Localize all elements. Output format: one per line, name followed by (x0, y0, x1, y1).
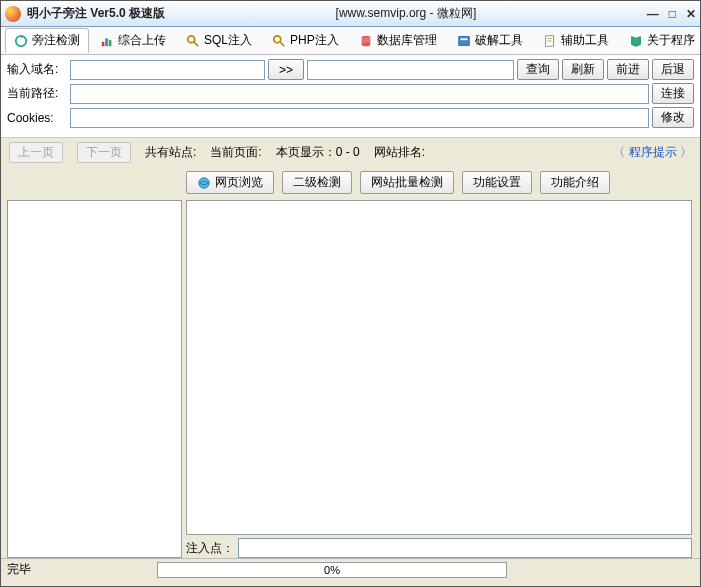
second-level-detect-button[interactable]: 二级检测 (282, 171, 352, 194)
titlebar: 明小子旁注 Ver5.0 极速版 [www.semvip.org - 微粒网] … (1, 1, 700, 27)
search-icon (186, 34, 200, 48)
svg-rect-12 (460, 38, 467, 40)
back-button[interactable]: 后退 (652, 59, 694, 80)
right-panel: 注入点： (186, 200, 692, 558)
tab-label: 辅助工具 (561, 32, 609, 49)
app-window: 明小子旁注 Ver5.0 极速版 [www.semvip.org - 微粒网] … (0, 0, 701, 587)
db-icon (359, 34, 373, 48)
batch-detect-button[interactable]: 网站批量检测 (360, 171, 454, 194)
connect-button[interactable]: 连接 (652, 83, 694, 104)
button-label: 网站批量检测 (371, 174, 443, 191)
tab-label: 关于程序 (647, 32, 695, 49)
inject-point-input[interactable] (238, 538, 692, 558)
svg-point-4 (188, 35, 195, 42)
refresh-icon (14, 34, 28, 48)
status-bar: 完毕 0% (1, 558, 700, 580)
function-settings-button[interactable]: 功能设置 (462, 171, 532, 194)
web-browse-button[interactable]: 网页浏览 (186, 171, 274, 194)
cookies-label: Cookies: (7, 111, 67, 125)
go-button[interactable]: >> (268, 59, 304, 80)
book-icon (629, 34, 643, 48)
next-page-button[interactable]: 下一页 (77, 142, 131, 163)
site-rank-label: 网站排名: (374, 144, 425, 161)
progress-text: 0% (324, 564, 340, 576)
cookies-input[interactable] (70, 108, 649, 128)
modify-button[interactable]: 修改 (652, 107, 694, 128)
page-display: 本页显示：0 - 0 (276, 144, 360, 161)
tab-aux-tools[interactable]: 辅助工具 (534, 28, 618, 53)
tab-label: PHP注入 (290, 32, 339, 49)
tab-label: 旁注检测 (32, 32, 80, 49)
site-tree-panel[interactable] (7, 200, 182, 558)
total-sites-label: 共有站点: (145, 144, 196, 161)
main-content-area: 注入点： (1, 200, 700, 558)
current-page-label: 当前页面: (210, 144, 261, 161)
button-label: 功能设置 (473, 174, 521, 191)
app-icon (5, 6, 21, 22)
tab-label: SQL注入 (204, 32, 252, 49)
domain-label: 输入域名: (7, 61, 67, 78)
tab-side-detection[interactable]: 旁注检测 (5, 28, 89, 53)
chart-icon (100, 34, 114, 48)
path-label: 当前路径: (7, 85, 67, 102)
window-subtitle: [www.semvip.org - 微粒网] (165, 5, 647, 22)
tab-label: 破解工具 (475, 32, 523, 49)
button-label: 网页浏览 (215, 174, 263, 191)
forward-button[interactable]: 前进 (607, 59, 649, 80)
window-title: 明小子旁注 Ver5.0 极速版 (27, 5, 165, 22)
status-text: 完毕 (7, 561, 157, 578)
close-button[interactable]: ✕ (686, 7, 696, 21)
query-button[interactable]: 查询 (517, 59, 559, 80)
function-intro-button[interactable]: 功能介绍 (540, 171, 610, 194)
svg-line-5 (194, 41, 198, 45)
result-content-panel[interactable] (186, 200, 692, 535)
button-label: 二级检测 (293, 174, 341, 191)
svg-point-6 (274, 35, 281, 42)
maximize-button[interactable]: □ (669, 7, 676, 21)
action-toolbar: 网页浏览 二级检测 网站批量检测 功能设置 功能介绍 (1, 167, 700, 200)
tab-crack-tools[interactable]: 破解工具 (448, 28, 532, 53)
button-label: 功能介绍 (551, 174, 599, 191)
refresh-button[interactable]: 刷新 (562, 59, 604, 80)
prev-page-button[interactable]: 上一页 (9, 142, 63, 163)
program-hint-link[interactable]: 〈 程序提示 〉 (613, 144, 692, 161)
doc-icon (543, 34, 557, 48)
svg-rect-3 (109, 40, 112, 46)
svg-rect-11 (458, 36, 469, 45)
tab-sql-inject[interactable]: SQL注入 (177, 28, 261, 53)
tab-bar: 旁注检测 综合上传 SQL注入 PHP注入 数据库管理 破解工具 辅助工具 关 (1, 27, 700, 55)
svg-point-10 (361, 42, 370, 46)
tab-php-inject[interactable]: PHP注入 (263, 28, 348, 53)
tab-label: 数据库管理 (377, 32, 437, 49)
tab-about[interactable]: 关于程序 (620, 28, 700, 53)
svg-rect-2 (105, 38, 108, 46)
domain-result-input[interactable] (307, 60, 514, 80)
tab-db-manage[interactable]: 数据库管理 (350, 28, 446, 53)
svg-rect-1 (102, 41, 105, 45)
domain-input[interactable] (70, 60, 265, 80)
path-input[interactable] (70, 84, 649, 104)
search-icon (272, 34, 286, 48)
pagination-status-row: 上一页 下一页 共有站点: 当前页面: 本页显示：0 - 0 网站排名: 〈 程… (1, 138, 700, 167)
inject-point-label: 注入点： (186, 540, 234, 557)
tab-upload[interactable]: 综合上传 (91, 28, 175, 53)
input-form-area: 输入域名: >> 查询 刷新 前进 后退 当前路径: 连接 Cookies: 修… (1, 55, 700, 138)
progress-bar: 0% (157, 562, 507, 578)
tool-icon (457, 34, 471, 48)
minimize-button[interactable]: — (647, 7, 659, 21)
svg-line-7 (280, 41, 284, 45)
globe-icon (197, 176, 211, 190)
tab-label: 综合上传 (118, 32, 166, 49)
